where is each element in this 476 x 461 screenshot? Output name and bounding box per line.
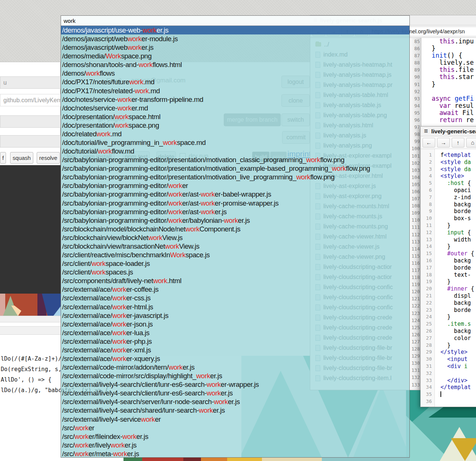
match-highlight: work [112,320,126,328]
match-highlight: work [168,190,182,198]
line-number: 25 [421,321,434,328]
home-icon[interactable]: ⌂ [466,138,476,148]
squash-button[interactable]: squash [10,152,33,164]
hamburger-icon[interactable]: ≡ [424,127,428,135]
search-result-row[interactable]: /src/external/lively4-search/client/lunr… [61,389,409,397]
diff-button[interactable]: f [0,152,6,164]
front-editor-titlebar[interactable]: ≡ lively-generic-search.js [421,127,476,136]
line-number: 87 [410,52,421,59]
search-result-row[interactable]: /doc/notes/service-worker.md [61,104,409,112]
code-line: await Fil [422,109,476,116]
search-result-row[interactable]: /src/worker [61,424,409,432]
path-text: er/ast- [182,199,201,207]
line-number: 86 [410,45,421,52]
search-result-row[interactable]: /src/external/ace/worker-xquery.js [61,354,409,363]
front-editor-body[interactable]: 1234567891011121314151617181920212223242… [421,149,476,407]
search-result-row[interactable]: /src/external/lively4-search/server/lunr… [61,397,409,406]
search-result-row[interactable]: /src/babylonian-programming-editor/worke… [61,181,409,190]
code-token [440,356,447,363]
search-result-row[interactable]: /demos/workflows [61,69,409,78]
search-result-row[interactable]: /src/external/ace/worker-json.js [61,320,409,328]
code-line: } [435,313,476,321]
search-result-row[interactable]: /src/client/workspace-loader.js [61,259,409,268]
search-result-row[interactable]: /src/babylonian-programming-editor/worke… [61,216,409,225]
repo-url-field[interactable]: github.com/LivelyKern [0,94,61,106]
search-result-row[interactable]: /doc/presentation/workspace.html [61,112,409,121]
code-fragment-line: lDo(/(a.)/g, "babc [1,385,62,395]
left-input-2[interactable] [0,135,61,148]
search-result-row[interactable]: /src/worker/livelyworker.js [61,441,409,449]
search-result-row[interactable]: /src/blockchain/model/blockchainNode/net… [61,225,409,233]
search-result-row[interactable]: /doc/PX17/notes/futurework.md [61,78,409,86]
search-result-row[interactable]: /demos/javascript/webworker-module.js [61,34,409,43]
search-result-row[interactable]: /demos/javascript/webworker.js [61,43,409,52]
code-line: <input [435,356,476,363]
search-result-row[interactable]: /src/client/reactive/misc/benchmarkInWor… [61,251,409,259]
search-result-row[interactable]: /src/external/code-mirror/src/display/hi… [61,371,409,380]
path-text: space.html [128,113,160,121]
search-result-row[interactable]: /src/babylonian-programming-editor/prese… [61,173,409,181]
path-text: /src/external/lively4-search/server/lunr… [62,398,214,406]
search-result-row[interactable]: /src/external/ace/worker-xml.js [61,346,409,354]
search-result-row[interactable]: /src/external/lively4-serviceworker [61,415,409,424]
search-result-row[interactable]: /src/babylonian-programming-editor/prese… [61,164,409,173]
search-result-row[interactable]: /doc/notes/service-worker-transform-pipe… [61,95,409,104]
path-text: er-coffee.js [126,285,158,293]
line-number: 8 [421,201,434,208]
search-result-row[interactable]: /src/external/ace/worker-lua.js [61,328,409,337]
code-token: borde [440,264,471,271]
left-input-1[interactable] [0,115,61,128]
path-text: er.js [125,441,137,449]
search-result-row[interactable]: /doc/presentation/workspace.png [61,121,409,130]
search-result-row[interactable]: /doc/relatedwork.md [61,130,409,138]
resolve-button[interactable]: resolve [37,152,60,164]
path-text: /src/blockchain/view/blockNet [62,234,148,242]
code-line: borde [435,264,476,272]
line-number: 98 [410,131,421,138]
search-result-row[interactable]: /src/babylonian-programming-editor/worke… [61,207,409,216]
search-result-row[interactable]: /src/babylonian-programming-editor/prese… [61,155,409,164]
search-result-row[interactable]: /src/babylonian-programming-editor/worke… [61,199,409,207]
left-partial-field[interactable]: u [0,76,61,89]
match-highlight: work [97,130,110,138]
code-token: { [464,229,471,236]
search-result-row[interactable]: /src/client/workspaces.js [61,268,409,276]
path-text: er.js [127,450,139,457]
search-result-row[interactable]: /src/external/code-mirror/addon/tern/wor… [61,363,409,371]
search-result-row[interactable]: /src/external/ace/worker-javascript.js [61,311,409,320]
path-text: /src/external/lively4-search/shared/lunr… [62,406,199,414]
search-result-row[interactable]: /src/worker/meta-worker.js [61,449,409,457]
editor-code[interactable]: f<templat<style da<style da<style> :host… [435,152,476,405]
search-result-row[interactable]: /src/components/draft/lively-network.htm… [61,276,409,285]
search-input[interactable] [61,16,409,26]
path-text: /doc/PX17/notes/related- [62,87,135,95]
search-result-row[interactable]: /src/external/lively4-search/shared/lunr… [61,406,409,415]
search-result-row[interactable]: /src/external/ace/worker-coffee.js [61,285,409,294]
search-result-row[interactable]: /src/blockchain/view/transactionNetworkV… [61,242,409,251]
code-fragment-line: lDo(/(#[A-Za-z]+)/ [1,354,62,364]
search-result-row[interactable]: /src/external/ace/worker-css.js [61,294,409,302]
search-result-row[interactable]: /src/worker/fileindex-worker.js [61,432,409,441]
path-text: /src/external/ace/ [62,337,112,345]
code-line: displ [435,292,476,300]
search-result-row[interactable]: /doc/tutorial/live_programming_in_worksp… [61,138,409,147]
search-result-row[interactable]: /demos/javascript/use-web-worker.js [61,26,409,34]
search-result-row[interactable]: /src/external/lively4-search/client/lunr… [61,380,409,389]
search-result-row[interactable]: /src/external/ace/worker-html.js [61,303,409,311]
back-icon[interactable]: ← [422,138,435,148]
search-result-row[interactable]: /demos/media/Workspace.png [61,52,409,60]
forward-icon[interactable]: → [437,138,450,148]
search-result-row[interactable]: /src/blockchain/view/blockNetworkView.js [61,233,409,242]
search-result-row[interactable]: /doc/tutorial/workflow.md [61,147,409,155]
line-number: 6 [421,187,434,194]
search-result-row[interactable]: /doc/PX17/notes/related-work.md [61,87,409,95]
code-line: <style da [435,159,476,166]
code-line: z-ind [435,194,476,201]
code-fragment-line: Do(regExString, s, [1,364,62,374]
search-result-row[interactable]: /src/external/ace/worker-php.js [61,337,409,346]
code-token: <style [440,159,464,166]
search-result-row[interactable]: /demos/shonan/tools-and-workflows.html [61,60,409,69]
search-result-row[interactable]: /src/babylonian-programming-editor/worke… [61,190,409,198]
code-line: this.star [422,73,476,81]
up-icon[interactable]: ↑ [452,138,464,148]
